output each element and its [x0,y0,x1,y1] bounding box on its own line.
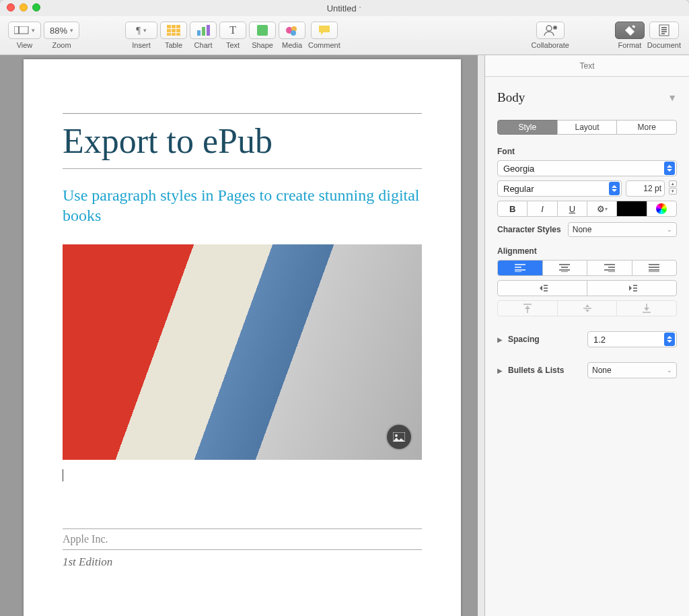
chart-label: Chart [194,41,213,49]
shape-button[interactable] [249,22,276,39]
paragraph-style-name: Body [497,90,525,105]
bold-button[interactable]: B [497,201,528,217]
font-size-stepper[interactable]: ▴▾ [669,180,677,197]
zoom-window-button[interactable] [32,3,40,11]
svg-rect-4 [176,25,180,28]
comment-button[interactable] [311,22,338,39]
underline-button[interactable]: U [557,201,587,217]
disclosure-triangle-icon[interactable]: ▶ [497,336,503,343]
document-subtitle[interactable]: Use paragraph styles in Pages to create … [63,185,422,226]
svg-rect-10 [176,33,180,36]
svg-rect-9 [172,33,176,36]
inspector-header: Text [485,55,689,77]
svg-marker-57 [585,304,589,307]
comment-label: Comment [308,41,340,49]
collaborate-icon [543,24,558,36]
svg-rect-7 [176,29,180,32]
view-label: View [17,41,33,49]
stepper-icon [664,333,675,346]
shape-label: Shape [252,41,273,49]
svg-rect-12 [202,27,205,36]
media-label: Media [282,41,302,49]
company-text[interactable]: Apple Inc. [63,528,422,545]
document-label: Document [647,41,681,49]
valign-bottom-button[interactable] [616,300,677,316]
indent-decrease-button[interactable] [497,280,587,296]
color-picker-button[interactable] [647,201,677,217]
minimize-window-button[interactable] [20,3,28,11]
shape-icon [257,25,268,36]
svg-rect-8 [167,33,171,36]
format-label: Format [618,41,641,49]
scrollbar[interactable] [478,55,484,616]
format-button[interactable] [615,22,645,39]
italic-button[interactable]: I [527,201,557,217]
document-canvas[interactable]: Export to ePub Use paragraph styles in P… [0,55,484,616]
media-button[interactable] [279,22,305,39]
media-icon [285,25,299,36]
edition-text[interactable]: 1st Edition [63,549,422,569]
color-wheel-icon [656,203,667,214]
table-button[interactable] [160,22,187,39]
svg-marker-45 [540,285,542,291]
font-family-select[interactable]: Georgia [497,160,677,176]
inspector-panel: Text Body ▼ Style Layout More Font Georg… [484,55,689,616]
document-image[interactable] [63,244,422,460]
font-style-select[interactable]: Regular [497,180,622,197]
svg-marker-58 [585,310,589,312]
disclosure-triangle-icon[interactable]: ▶ [497,367,503,374]
svg-point-28 [395,434,398,437]
align-right-button[interactable] [587,260,632,276]
app-window: Untitled ˅ ▾ View 88%▾ Zoom ¶▾ Insert [0,0,689,616]
text-button[interactable]: T [219,22,246,39]
window-title[interactable]: Untitled ˅ [327,3,363,13]
char-styles-select[interactable]: None ⌄ [568,222,677,237]
insert-button[interactable]: ¶▾ [125,22,157,39]
paragraph-style-selector[interactable]: Body ▼ [497,86,677,114]
tab-layout[interactable]: Layout [557,120,618,135]
page: Export to ePub Use paragraph styles in P… [24,59,461,616]
chart-button[interactable] [190,22,217,39]
svg-rect-3 [172,25,176,28]
document-title[interactable]: Export to ePub [63,118,422,164]
chevron-down-icon: ˅ [359,6,362,13]
inspector-tabs: Style Layout More [497,120,677,135]
align-justify-button[interactable] [632,260,678,276]
document-button[interactable] [649,22,679,39]
table-icon [167,25,180,36]
indent-increase-button[interactable] [587,280,677,296]
close-window-button[interactable] [7,3,15,11]
collaborate-button[interactable] [536,22,565,39]
chevron-down-icon: ▼ [667,92,677,103]
text-icon: T [229,24,236,36]
text-options-button[interactable]: ⚙▾ [587,201,617,217]
picture-icon [393,432,405,442]
svg-rect-0 [14,26,28,34]
collaborate-label: Collaborate [532,41,569,49]
bullets-label: Bullets & Lists [508,366,582,375]
titlebar: Untitled ˅ [0,0,689,16]
text-color-swatch[interactable] [616,201,647,217]
stepper-icon [664,162,675,175]
chart-icon [196,25,210,36]
table-label: Table [165,41,182,49]
document-icon [659,24,669,36]
zoom-button[interactable]: 88%▾ [44,22,79,39]
valign-middle-button[interactable] [557,300,618,316]
view-button[interactable]: ▾ [8,22,41,39]
bullets-select[interactable]: None ⌄ [587,362,677,378]
svg-rect-13 [207,25,210,36]
svg-rect-5 [167,29,171,32]
font-size-field[interactable]: 12 pt [626,180,665,197]
font-section-label: Font [497,147,677,156]
align-left-button[interactable] [497,260,543,276]
align-center-button[interactable] [542,260,588,276]
valign-top-button[interactable] [497,300,558,316]
tab-more[interactable]: More [616,120,677,135]
spacing-label: Spacing [508,335,582,344]
tab-style[interactable]: Style [497,120,558,135]
image-options-button[interactable] [386,423,412,450]
spacing-select[interactable]: 1.2 [587,331,677,347]
window-controls [7,3,40,11]
svg-rect-6 [172,29,176,32]
